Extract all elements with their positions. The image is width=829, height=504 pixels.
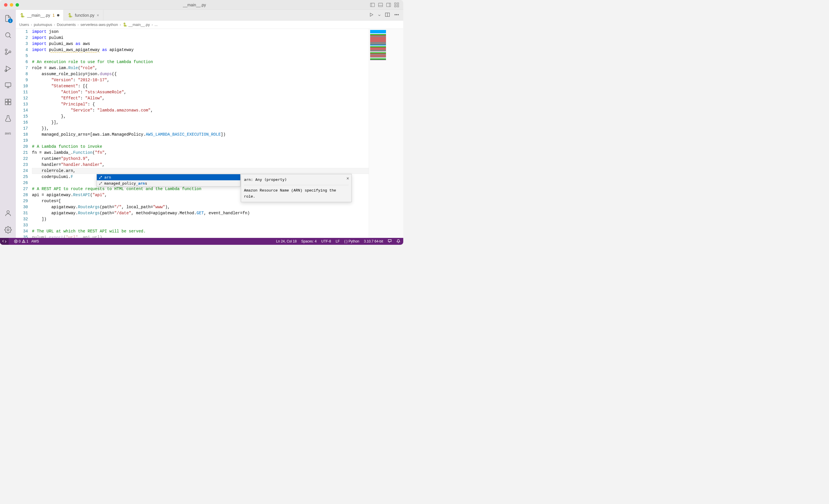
aws-profile-button[interactable]: AWS [31, 239, 39, 243]
problems-button[interactable]: 0 1 [14, 239, 28, 243]
customize-layout-icon[interactable] [394, 2, 399, 7]
more-actions-icon[interactable] [394, 12, 399, 19]
suggest-label: managed_policy_arns [104, 180, 147, 186]
svg-point-26 [7, 229, 9, 231]
breadcrumb-segment[interactable]: serverless-aws-python [80, 23, 118, 27]
tab-label: __main__.py [27, 13, 50, 17]
aws-toolkit-icon[interactable]: aws [5, 131, 11, 135]
svg-rect-7 [397, 3, 399, 4]
run-dropdown-icon[interactable] [378, 13, 381, 18]
svg-rect-6 [395, 3, 396, 4]
tab-label: function.py [75, 13, 95, 17]
remote-indicator[interactable] [0, 238, 9, 245]
breadcrumb-segment[interactable]: __main__.py [129, 23, 150, 27]
window-title: __main__.py [19, 3, 370, 7]
line-number-gutter: 1234567891011121314151617181920212223242… [16, 29, 32, 238]
run-file-button[interactable] [369, 12, 374, 18]
indentation-button[interactable]: Spaces: 4 [301, 239, 317, 243]
svg-rect-17 [5, 83, 11, 86]
svg-point-31 [396, 14, 397, 15]
minimap[interactable] [369, 29, 403, 238]
tab-bar: 🐍 __main__.py 1 🐍 function.py × [16, 10, 403, 21]
svg-point-37 [23, 242, 24, 242]
svg-point-14 [9, 51, 11, 53]
language-mode-button[interactable]: { } Python [344, 239, 359, 243]
accounts-icon[interactable] [4, 209, 12, 217]
breadcrumb-segment[interactable]: ... [155, 23, 158, 27]
breadcrumb-segment[interactable]: Documents [57, 23, 76, 27]
breadcrumbs[interactable]: Users› pulumupus› Documents› serverless-… [16, 21, 403, 29]
settings-gear-icon[interactable] [4, 226, 12, 234]
tab-main-py[interactable]: 🐍 __main__.py 1 [16, 10, 64, 21]
explorer-icon[interactable]: 1 [4, 14, 12, 23]
run-debug-icon[interactable] [4, 65, 12, 73]
layout-sidebar-right-icon[interactable] [386, 2, 391, 7]
property-icon [99, 175, 103, 179]
layout-sidebar-left-icon[interactable] [370, 2, 375, 7]
search-icon[interactable] [4, 31, 12, 39]
testing-icon[interactable] [4, 115, 12, 123]
suggest-item-managed-policy-arns[interactable]: managed_policy_arns [97, 180, 240, 186]
minimize-window-button[interactable] [10, 3, 13, 7]
explorer-badge: 1 [8, 19, 13, 23]
suggest-details: × arn: Any (property) Amazon Resource Na… [241, 174, 352, 202]
svg-rect-23 [8, 102, 11, 105]
window-controls [4, 3, 19, 7]
svg-rect-4 [387, 3, 391, 7]
svg-rect-8 [395, 5, 396, 7]
svg-point-13 [5, 53, 7, 55]
python-file-icon: 🐍 [123, 23, 127, 27]
breadcrumb-segment[interactable]: Users [19, 23, 29, 27]
svg-rect-21 [8, 99, 11, 102]
tab-problems-count: 1 [52, 13, 55, 17]
status-bar: 0 1 AWS Ln 24, Col 18 Spaces: 4 UTF-8 LF… [0, 238, 403, 245]
svg-line-11 [9, 36, 11, 38]
svg-rect-22 [5, 102, 8, 105]
titlebar: __main__.py [0, 0, 403, 10]
close-window-button[interactable] [4, 3, 7, 7]
python-interpreter-button[interactable]: 3.10.7 64-bit [364, 239, 383, 243]
cursor-position[interactable]: Ln 24, Col 18 [276, 239, 296, 243]
suggest-item-arn[interactable]: arn [97, 174, 240, 180]
activity-bar: 1 aws [0, 10, 16, 238]
python-file-icon: 🐍 [68, 13, 73, 17]
svg-point-32 [398, 14, 399, 15]
dirty-indicator-icon [57, 14, 59, 16]
svg-point-30 [395, 14, 395, 15]
svg-point-10 [5, 33, 10, 37]
svg-rect-0 [370, 3, 374, 7]
extensions-icon[interactable] [4, 98, 12, 106]
svg-rect-9 [397, 5, 399, 7]
close-tab-icon[interactable]: × [97, 13, 99, 17]
editor-group: 🐍 __main__.py 1 🐍 function.py × Users› p… [16, 10, 403, 238]
tab-function-py[interactable]: 🐍 function.py × [64, 10, 103, 21]
suggest-label: arn [104, 174, 111, 180]
suggest-widget[interactable]: arn managed_policy_arns [97, 174, 241, 187]
svg-point-12 [5, 49, 7, 51]
eol-button[interactable]: LF [335, 239, 339, 243]
svg-rect-2 [379, 3, 383, 7]
python-file-icon: 🐍 [20, 13, 25, 17]
source-control-icon[interactable] [4, 48, 12, 56]
svg-marker-27 [370, 13, 373, 16]
maximize-window-button[interactable] [15, 3, 19, 7]
split-editor-icon[interactable] [385, 12, 390, 19]
svg-rect-20 [5, 99, 8, 102]
close-details-icon[interactable]: × [346, 176, 349, 182]
svg-point-25 [7, 211, 9, 213]
notifications-icon[interactable] [396, 239, 400, 244]
breadcrumb-segment[interactable]: pulumupus [34, 23, 52, 27]
layout-panel-icon[interactable] [378, 2, 383, 7]
suggest-description: Amazon Resource Name (ARN) specifying th… [244, 187, 349, 200]
code-editor[interactable]: 1234567891011121314151617181920212223242… [16, 29, 403, 238]
suggest-signature: arn: Any (property) [244, 177, 349, 185]
encoding-button[interactable]: UTF-8 [321, 239, 331, 243]
code-content[interactable]: import json import pulumi import pulumi_… [32, 29, 403, 238]
remote-explorer-icon[interactable] [4, 81, 12, 89]
property-icon [99, 181, 103, 185]
feedback-icon[interactable] [388, 239, 392, 244]
